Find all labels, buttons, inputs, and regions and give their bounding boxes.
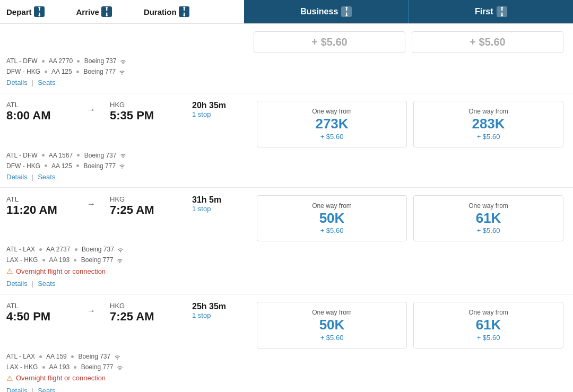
details-button-2[interactable]: Details: [6, 280, 28, 288]
fare-cards-0: + $5.60 + $5.60: [250, 31, 567, 53]
business-fare-card-1[interactable]: One way from 273K + $5.60: [257, 101, 407, 147]
business-fare-fee: + $5.60: [320, 227, 344, 234]
seats-button-0[interactable]: Seats: [38, 79, 55, 86]
dot-0-0: [42, 60, 45, 63]
overnight-row-2: ⚠ Overnight flight or connection: [0, 265, 573, 277]
overnight-row-3: ⚠ Overnight flight or connection: [0, 372, 573, 385]
overnight-text-3: Overnight flight or connection: [16, 374, 106, 382]
links-row-3: Details | Seats: [0, 385, 573, 392]
first-header[interactable]: First ⬆⬇: [409, 0, 574, 23]
seg-route-1-0: ATL - DFW: [6, 152, 38, 159]
flight-depart-3: ATL 4:50 PM: [6, 302, 83, 324]
first-sort-button[interactable]: ⬆⬇: [497, 6, 507, 17]
duration-label: Duration: [144, 7, 177, 16]
seg-flight-1-1: AA 125: [51, 162, 72, 170]
business-fare-label: One way from: [312, 309, 352, 316]
flight-duration-1: 20h 35m 1 stop: [192, 101, 254, 118]
first-fare-points: 283K: [472, 116, 505, 132]
dot-3-1: [42, 366, 45, 369]
seg-flight-2-1: AA 193: [49, 256, 70, 264]
link-divider-0: |: [32, 79, 33, 86]
depart-airport-1: ATL: [6, 101, 83, 109]
seg-flight-3-1: AA 193: [49, 363, 70, 371]
stop-label-3: 1 stop: [192, 311, 254, 319]
duration-sort[interactable]: Duration ⬆⬇: [144, 6, 189, 17]
header-left: Depart ⬆⬇ Arrive ⬆⬇ Duration ⬆⬇: [0, 0, 244, 23]
seg-route-0-1: DFW - HKG: [6, 68, 40, 75]
business-fare-card-2[interactable]: One way from 50K + $5.60: [257, 195, 407, 242]
segment-row-2-1: LAX - HKG AA 193 Boeing 777: [0, 254, 573, 265]
first-fare-card-0[interactable]: + $5.60: [412, 31, 563, 53]
first-fare-card-1[interactable]: One way from 283K + $5.60: [413, 101, 563, 147]
depart-airport-2: ATL: [6, 195, 83, 203]
flight-block-0: + $5.60 + $5.60 ATL - DFW AA 2770 Boeing…: [0, 24, 573, 93]
seats-button-3[interactable]: Seats: [38, 387, 55, 392]
segment-row-1-0: ATL - DFW AA 1567 Boeing 737: [0, 150, 573, 160]
seats-button-1[interactable]: Seats: [38, 173, 55, 181]
dot2-1-1: [76, 164, 79, 167]
business-fare-card-3[interactable]: One way from 50K + $5.60: [257, 302, 407, 349]
duration-time-2: 31h 5m: [192, 195, 254, 205]
seg-flight-0-1: AA 125: [51, 68, 72, 75]
depart-sort-button[interactable]: ⬆⬇: [34, 6, 45, 17]
business-fare-label: One way from: [312, 108, 352, 115]
arrive-sort-button[interactable]: ⬆⬇: [101, 6, 112, 17]
flight-main-row-1: ATL 8:00 AM → HKG 5:35 PM 20h 35m 1 stop: [0, 93, 573, 150]
arrive-sort[interactable]: Arrive ⬆⬇: [76, 6, 112, 17]
header-row: Depart ⬆⬇ Arrive ⬆⬇ Duration ⬆⬇ Business…: [0, 0, 573, 24]
flight-duration-2: 31h 5m 1 stop: [192, 195, 254, 213]
arrive-time-2: 7:25 AM: [110, 203, 187, 217]
duration-sort-button[interactable]: ⬆⬇: [179, 6, 189, 17]
business-fare-fee: + $5.60: [320, 334, 344, 342]
dot-2-0: [39, 248, 42, 251]
arrive-airport-2: HKG: [110, 195, 187, 203]
business-fare-points: 50K: [319, 211, 345, 226]
dot2-0-0: [77, 60, 80, 63]
first-label: First: [475, 7, 493, 16]
arrive-label: Arrive: [76, 7, 99, 16]
business-header[interactable]: Business ⬆⬇: [244, 0, 409, 23]
segment-row-3-0: ATL - LAX AA 159 Boeing 737: [0, 351, 573, 361]
seg-aircraft-2-0: Boeing 737: [82, 246, 114, 253]
flight-main-row-0: + $5.60 + $5.60: [0, 24, 573, 55]
seats-button-2[interactable]: Seats: [38, 280, 55, 288]
flight-times-1: ATL 8:00 AM → HKG 5:35 PM 20h 35m 1 stop: [6, 101, 254, 123]
seg-route-2-1: LAX - HKG: [6, 256, 38, 264]
depart-time-3: 4:50 PM: [6, 310, 83, 324]
first-fare-card-3[interactable]: One way from 61K + $5.60: [413, 302, 563, 349]
depart-sort[interactable]: Depart ⬆⬇: [6, 6, 45, 17]
flight-times-3: ATL 4:50 PM → HKG 7:25 AM 25h 35m 1 stop: [6, 302, 254, 324]
overnight-text-2: Overnight flight or connection: [16, 267, 106, 275]
dot2-2-1: [74, 259, 76, 262]
first-fare-card-2[interactable]: One way from 61K + $5.60: [413, 195, 563, 242]
dot-0-1: [45, 71, 47, 73]
depart-time-2: 11:20 AM: [6, 203, 83, 217]
links-row-2: Details | Seats: [0, 277, 573, 294]
depart-time-1: 8:00 AM: [6, 109, 83, 123]
segment-row-0-0: ATL - DFW AA 2770 Boeing 737: [0, 55, 573, 66]
dot-1-0: [42, 154, 45, 156]
depart-label: Depart: [6, 7, 32, 16]
fare-cards-2: One way from 50K + $5.60 One way from 61…: [254, 195, 567, 242]
details-button-3[interactable]: Details: [6, 387, 28, 392]
seg-route-1-1: DFW - HKG: [6, 162, 40, 170]
fare-cards-1: One way from 273K + $5.60 One way from 2…: [254, 101, 567, 147]
flight-depart-2: ATL 11:20 AM: [6, 195, 83, 217]
business-fare-points: 50K: [319, 317, 345, 333]
header-right: Business ⬆⬇ First ⬆⬇: [244, 0, 573, 23]
flight-block-3: ATL 4:50 PM → HKG 7:25 AM 25h 35m 1 stop: [0, 294, 573, 392]
seg-flight-1-0: AA 1567: [49, 152, 73, 159]
flight-times-0: [6, 31, 250, 36]
flight-main-row-3: ATL 4:50 PM → HKG 7:25 AM 25h 35m 1 stop: [0, 294, 573, 351]
link-divider-2: |: [32, 280, 33, 288]
details-button-1[interactable]: Details: [6, 173, 28, 181]
details-button-0[interactable]: Details: [6, 79, 28, 86]
business-fare-card-0[interactable]: + $5.60: [254, 31, 405, 53]
business-fare-points: 273K: [315, 116, 348, 132]
seg-aircraft-1-1: Boeing 777: [83, 162, 116, 170]
first-fare-label: One way from: [468, 202, 508, 210]
business-sort-button[interactable]: ⬆⬇: [341, 6, 352, 17]
seg-flight-0-0: AA 2770: [49, 57, 73, 65]
seg-aircraft-3-0: Boeing 737: [78, 353, 110, 360]
segment-row-3-1: LAX - HKG AA 193 Boeing 777: [0, 361, 573, 372]
